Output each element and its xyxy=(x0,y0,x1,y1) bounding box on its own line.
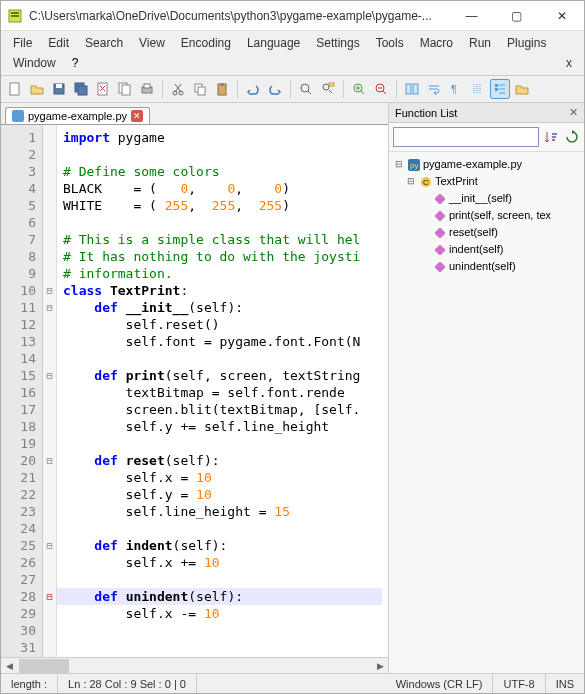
wrap-icon[interactable] xyxy=(424,79,444,99)
method-icon xyxy=(433,192,447,206)
python-file-icon: py xyxy=(407,158,421,172)
svg-rect-2 xyxy=(11,15,19,17)
tab-bar: pygame-example.py ✕ xyxy=(1,103,388,125)
menu-settings[interactable]: Settings xyxy=(308,33,367,53)
fold-margin[interactable]: ⊟⊟⊟⊟⊟⊟ xyxy=(43,125,57,657)
status-ins[interactable]: INS xyxy=(546,674,584,693)
method-icon xyxy=(433,209,447,223)
menu-plugins[interactable]: Plugins xyxy=(499,33,554,53)
find-icon[interactable] xyxy=(296,79,316,99)
svg-point-19 xyxy=(301,84,309,92)
menu-search[interactable]: Search xyxy=(77,33,131,53)
replace-icon[interactable] xyxy=(318,79,338,99)
svg-rect-27 xyxy=(495,84,498,87)
class-icon: C xyxy=(419,175,433,189)
svg-text:py: py xyxy=(410,161,418,170)
scrollbar-thumb[interactable] xyxy=(19,659,69,673)
tree-root[interactable]: ⊟ py pygame-example.py xyxy=(391,156,582,173)
folder-icon[interactable] xyxy=(512,79,532,99)
svg-rect-18 xyxy=(220,83,224,86)
svg-rect-3 xyxy=(10,83,19,95)
collapse-icon[interactable]: ⊟ xyxy=(393,156,405,173)
menu-tools[interactable]: Tools xyxy=(368,33,412,53)
collapse-icon[interactable]: ⊟ xyxy=(405,173,417,190)
tree-method[interactable]: indent(self) xyxy=(391,241,582,258)
menu-window[interactable]: Window xyxy=(5,53,64,73)
print-icon[interactable] xyxy=(137,79,157,99)
menu-help[interactable]: ? xyxy=(64,53,87,73)
main-area: pygame-example.py ✕ 12345678910111213141… xyxy=(1,103,584,673)
svg-rect-1 xyxy=(11,12,19,14)
redo-icon[interactable] xyxy=(265,79,285,99)
undo-icon[interactable] xyxy=(243,79,263,99)
svg-rect-37 xyxy=(435,262,445,272)
status-encoding[interactable]: UTF-8 xyxy=(493,674,545,693)
method-icon xyxy=(433,226,447,240)
svg-rect-33 xyxy=(435,194,445,204)
menu-language[interactable]: Language xyxy=(239,33,308,53)
tab-close-icon[interactable]: ✕ xyxy=(131,110,143,122)
save-icon[interactable] xyxy=(49,79,69,99)
tree-method[interactable]: print(self, screen, tex xyxy=(391,207,582,224)
panel-close-icon[interactable]: ✕ xyxy=(569,106,578,119)
svg-rect-28 xyxy=(495,88,498,91)
tree-class[interactable]: ⊟ C TextPrint xyxy=(391,173,582,190)
tree-method[interactable]: reset(self) xyxy=(391,224,582,241)
svg-point-20 xyxy=(323,84,329,90)
function-list-icon[interactable] xyxy=(490,79,510,99)
app-window: C:\Users\marka\OneDrive\Documents\python… xyxy=(0,0,585,694)
menu-run[interactable]: Run xyxy=(461,33,499,53)
line-numbers: 1234567891011121314151617181920212223242… xyxy=(1,125,43,657)
window-title: C:\Users\marka\OneDrive\Documents\python… xyxy=(29,9,449,23)
tree-method[interactable]: __init__(self) xyxy=(391,190,582,207)
sync-scroll-icon[interactable] xyxy=(402,79,422,99)
app-icon xyxy=(7,8,23,24)
maximize-button[interactable]: ▢ xyxy=(494,1,539,30)
tab-file[interactable]: pygame-example.py ✕ xyxy=(5,107,150,124)
close-all-icon[interactable] xyxy=(115,79,135,99)
svg-rect-21 xyxy=(329,83,334,86)
menu-file[interactable]: File xyxy=(5,33,40,53)
scroll-left-icon[interactable]: ◀ xyxy=(1,659,17,673)
svg-rect-24 xyxy=(406,84,411,94)
indent-guide-icon[interactable] xyxy=(468,79,488,99)
paste-icon[interactable] xyxy=(212,79,232,99)
copy-icon[interactable] xyxy=(190,79,210,99)
svg-rect-16 xyxy=(198,87,205,95)
refresh-icon[interactable] xyxy=(564,128,581,146)
open-file-icon[interactable] xyxy=(27,79,47,99)
svg-rect-25 xyxy=(413,84,418,94)
svg-rect-34 xyxy=(435,211,445,221)
statusbar: length : Ln : 28 Col : 9 Sel : 0 | 0 Win… xyxy=(1,673,584,693)
horizontal-scrollbar[interactable]: ◀ ▶ xyxy=(1,657,388,673)
zoom-out-icon[interactable] xyxy=(371,79,391,99)
toolbar: ¶ xyxy=(1,76,584,103)
code-editor[interactable]: 1234567891011121314151617181920212223242… xyxy=(1,125,388,657)
svg-rect-7 xyxy=(78,86,87,95)
menu-encoding[interactable]: Encoding xyxy=(173,33,239,53)
status-eol[interactable]: Windows (CR LF) xyxy=(386,674,494,693)
minimize-button[interactable]: — xyxy=(449,1,494,30)
status-position: Ln : 28 Col : 9 Sel : 0 | 0 xyxy=(58,674,197,693)
tree-method[interactable]: unindent(self) xyxy=(391,258,582,275)
zoom-in-icon[interactable] xyxy=(349,79,369,99)
sort-icon[interactable] xyxy=(543,128,560,146)
menu-edit[interactable]: Edit xyxy=(40,33,77,53)
function-tree: ⊟ py pygame-example.py ⊟ C TextPrint __i… xyxy=(389,152,584,673)
new-file-icon[interactable] xyxy=(5,79,25,99)
all-chars-icon[interactable]: ¶ xyxy=(446,79,466,99)
close-button[interactable]: ✕ xyxy=(539,1,584,30)
cut-icon[interactable] xyxy=(168,79,188,99)
svg-rect-10 xyxy=(122,85,130,95)
menu-view[interactable]: View xyxy=(131,33,173,53)
svg-rect-36 xyxy=(435,245,445,255)
function-search-input[interactable] xyxy=(393,127,539,147)
editor-pane: pygame-example.py ✕ 12345678910111213141… xyxy=(1,103,389,673)
close-file-icon[interactable] xyxy=(93,79,113,99)
save-all-icon[interactable] xyxy=(71,79,91,99)
scroll-right-icon[interactable]: ▶ xyxy=(372,659,388,673)
menu-macro[interactable]: Macro xyxy=(412,33,461,53)
menu-overflow[interactable]: x xyxy=(558,53,580,73)
svg-rect-12 xyxy=(144,84,150,88)
code-area[interactable]: import pygame# Define some colorsBLACK =… xyxy=(57,125,388,657)
